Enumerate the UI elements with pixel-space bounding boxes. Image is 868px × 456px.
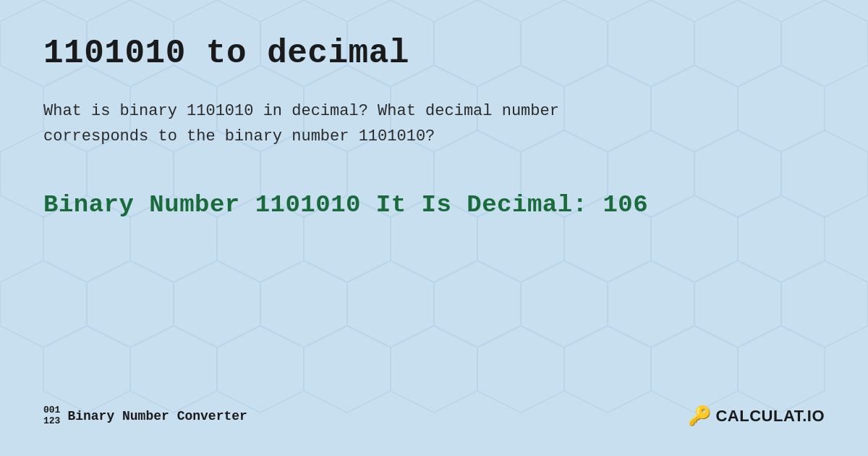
brand-icon-bottom: 123	[43, 416, 60, 426]
brand-name: Binary Number Converter	[67, 409, 247, 423]
description-line1: What is binary 1101010 in decimal? What …	[43, 102, 559, 120]
description-text: What is binary 1101010 in decimal? What …	[43, 98, 608, 149]
result-text: Binary Number 1101010 It Is Decimal: 106	[43, 191, 825, 219]
binary-icon: 001 123	[43, 405, 60, 426]
calculat-icon: 🔑	[688, 405, 712, 427]
brand-right: 🔑 CALCULAT.IO	[688, 405, 825, 427]
page-title: 1101010 to decimal	[43, 35, 825, 72]
brand-left: 001 123 Binary Number Converter	[43, 405, 247, 426]
footer: 001 123 Binary Number Converter 🔑 CALCUL…	[43, 390, 825, 427]
result-section: Binary Number 1101010 It Is Decimal: 106	[43, 191, 825, 219]
calculat-logo: 🔑 CALCULAT.IO	[688, 405, 825, 427]
description-line2: corresponds to the binary number 1101010…	[43, 127, 435, 145]
calculat-text: CALCULAT.IO	[715, 407, 825, 426]
brand-icon-top: 001	[43, 405, 60, 415]
